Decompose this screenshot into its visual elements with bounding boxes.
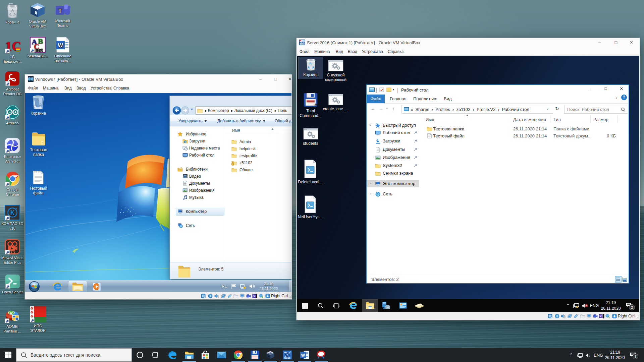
svg-text:!: !: [245, 287, 245, 289]
svg-text:2016: 2016: [300, 43, 305, 45]
svg-text:W: W: [301, 353, 305, 358]
svg-text:T: T: [58, 8, 62, 14]
svg-text:W: W: [58, 43, 63, 48]
svg-text:G4: G4: [284, 351, 287, 354]
svg-text:2016: 2016: [284, 356, 290, 359]
svg-text:К: К: [10, 208, 15, 217]
svg-text:-64-: -64-: [313, 103, 318, 106]
svg-text:net: net: [35, 47, 43, 53]
